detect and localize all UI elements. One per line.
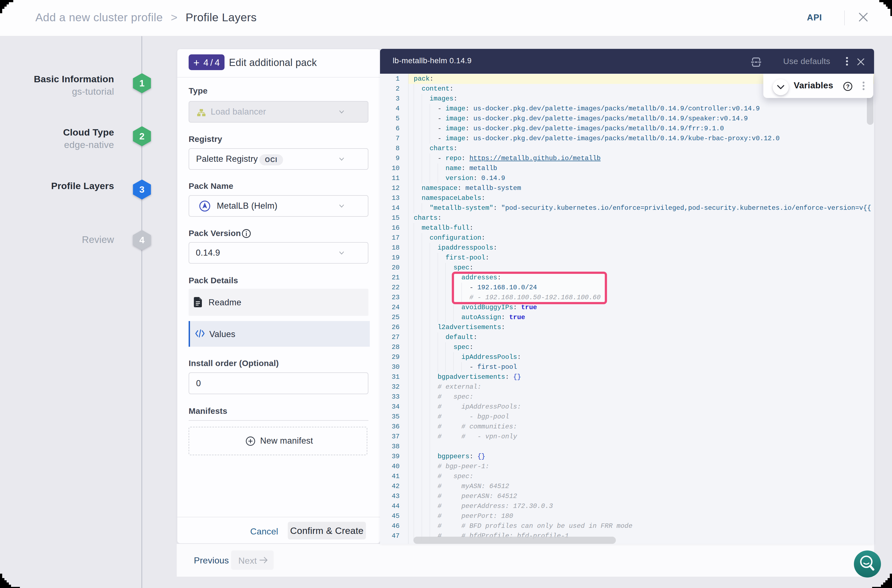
svg-text:?: ? (846, 83, 850, 90)
